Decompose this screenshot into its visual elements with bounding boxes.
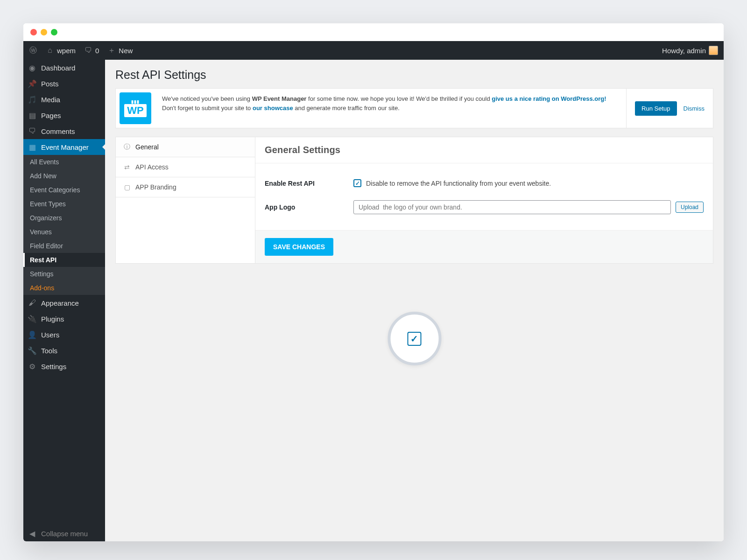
sidebar-item-comments[interactable]: 🗨Comments (23, 123, 105, 139)
page-icon: ▤ (28, 111, 36, 119)
avatar (709, 46, 718, 55)
app-logo-input[interactable] (353, 200, 671, 214)
wordpress-logo[interactable]: ⓦ (29, 46, 37, 55)
plug-icon: 🔌 (28, 315, 36, 323)
site-name: wpem (57, 47, 76, 55)
tab-api-access[interactable]: ⇄API Access (116, 157, 255, 177)
brush-icon: 🖌 (28, 299, 36, 307)
sidebar-sub-event-types[interactable]: Event Types (23, 197, 105, 211)
upload-button[interactable]: Upload (676, 202, 704, 213)
collapse-label: Collapse menu (41, 530, 88, 538)
wp-event-logo: ▮▮▮ WP (120, 92, 151, 124)
phone-icon: ▢ (123, 183, 131, 191)
dashboard-icon: ◉ (28, 63, 36, 72)
account-link[interactable]: Howdy, admin (662, 46, 718, 55)
enable-rest-api-label: Enable Rest API (265, 180, 353, 187)
user-icon: 👤 (28, 330, 36, 339)
dismiss-link[interactable]: Dismiss (684, 105, 705, 112)
rating-link[interactable]: give us a nice rating on WordPress.org! (492, 95, 606, 102)
pin-icon: 📌 (28, 79, 36, 88)
showcase-link[interactable]: our showcase (253, 105, 293, 112)
sidebar-item-users[interactable]: 👤Users (23, 327, 105, 343)
sidebar-item-appearance[interactable]: 🖌Appearance (23, 295, 105, 311)
zoom-dot[interactable] (51, 29, 57, 35)
tab-general[interactable]: ⓘGeneral (116, 137, 255, 157)
minimize-dot[interactable] (41, 29, 47, 35)
sidebar-item-event-manager[interactable]: ▦Event Manager (23, 139, 105, 155)
comment-icon: 🗨 (28, 127, 36, 135)
sidebar-item-settings[interactable]: ⚙Settings (23, 358, 105, 374)
feature-highlight-circle: ✓ (388, 312, 441, 365)
sidebar-sub-add-ons[interactable]: Add-ons (23, 281, 105, 295)
new-label: New (119, 47, 133, 55)
plus-icon: ＋ (107, 46, 116, 55)
new-content-link[interactable]: ＋ New (107, 46, 133, 55)
tab-app-branding[interactable]: ▢APP Branding (116, 177, 255, 197)
close-dot[interactable] (30, 29, 37, 35)
page-title: Rest API Settings (115, 68, 713, 82)
run-setup-button[interactable]: Run Setup (635, 101, 677, 116)
comment-icon: 🗨 (84, 46, 92, 55)
comment-count: 0 (95, 47, 99, 55)
admin-sidebar: ◉Dashboard📌Posts🎵Media▤Pages🗨Comments▦Ev… (23, 60, 105, 541)
sidebar-sub-venues[interactable]: Venues (23, 225, 105, 239)
cog-icon: ⓘ (123, 143, 131, 151)
home-icon: ⌂ (46, 46, 54, 55)
highlight-check-icon: ✓ (408, 332, 422, 346)
wrench-icon: 🔧 (28, 346, 36, 355)
sidebar-item-tools[interactable]: 🔧Tools (23, 343, 105, 358)
sidebar-sub-organizers[interactable]: Organizers (23, 211, 105, 225)
calendar-icon: ▦ (28, 143, 36, 151)
notice-text: We've noticed you've been using WP Event… (155, 89, 626, 128)
collapse-icon: ◀ (28, 529, 36, 538)
sidebar-item-plugins[interactable]: 🔌Plugins (23, 311, 105, 327)
sidebar-sub-rest-api[interactable]: Rest API (23, 253, 105, 267)
app-logo-label: App Logo (265, 203, 353, 211)
sidebar-sub-add-new[interactable]: Add New (23, 169, 105, 183)
collapse-menu[interactable]: ◀ Collapse menu (23, 525, 105, 541)
enable-rest-api-checkbox[interactable]: ✓ (353, 179, 361, 187)
panel-header: General Settings (255, 137, 713, 163)
sliders-icon: ⚙ (28, 362, 36, 371)
save-changes-button[interactable]: SAVE CHANGES (265, 238, 333, 256)
sidebar-item-media[interactable]: 🎵Media (23, 91, 105, 107)
enable-rest-api-desc: Disable to remove the API functionality … (366, 180, 551, 187)
sidebar-item-pages[interactable]: ▤Pages (23, 107, 105, 123)
settings-tabs: ⓘGeneral⇄API Access▢APP Branding (115, 137, 255, 264)
greeting-text: Howdy, admin (662, 47, 706, 55)
sidebar-item-posts[interactable]: 📌Posts (23, 76, 105, 91)
sidebar-sub-all-events[interactable]: All Events (23, 155, 105, 169)
promo-notice: ▮▮▮ WP We've noticed you've been using W… (115, 88, 713, 128)
admin-topbar: ⓦ ⌂ wpem 🗨 0 ＋ New Howdy, admin (23, 41, 724, 60)
settings-panel: General Settings Enable Rest API ✓ Disab… (255, 137, 713, 264)
media-icon: 🎵 (28, 95, 36, 104)
sidebar-sub-settings[interactable]: Settings (23, 267, 105, 281)
comments-link[interactable]: 🗨 0 (84, 46, 99, 55)
sidebar-sub-event-categories[interactable]: Event Categories (23, 183, 105, 197)
site-home-link[interactable]: ⌂ wpem (46, 46, 76, 55)
swap-icon: ⇄ (123, 163, 131, 171)
macos-titlebar (23, 23, 724, 41)
sidebar-sub-field-editor[interactable]: Field Editor (23, 239, 105, 253)
sidebar-item-dashboard[interactable]: ◉Dashboard (23, 60, 105, 76)
